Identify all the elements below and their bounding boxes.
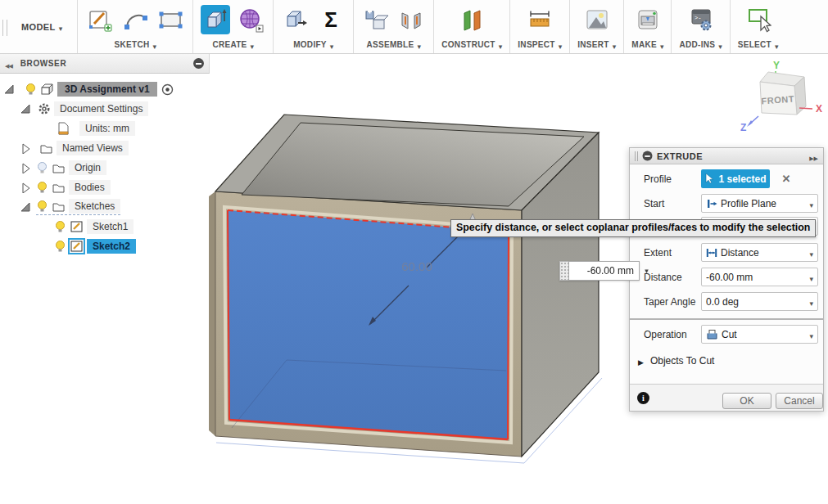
start-value: Profile Plane (721, 198, 809, 209)
construct-plane-button[interactable] (457, 5, 486, 34)
select-button[interactable] (744, 5, 773, 34)
visibility-bulb-icon[interactable] (36, 200, 48, 213)
taper-angle-input[interactable]: 0.0 deg (701, 292, 818, 311)
tree-item-label[interactable]: Document Settings (54, 101, 148, 116)
axis-x-label: X (816, 103, 822, 115)
tree-item-label[interactable]: Sketch2 (87, 239, 136, 254)
dialog-grip[interactable] (635, 151, 638, 161)
make-menu[interactable]: MAKE (631, 38, 663, 51)
visibility-bulb-icon[interactable] (36, 181, 48, 194)
cancel-button[interactable]: Cancel (776, 393, 823, 409)
tree-item-document-settings[interactable]: Document Settings (0, 100, 148, 118)
clear-selection-icon[interactable] (778, 170, 794, 187)
inspect-menu[interactable]: INSPECT (518, 38, 562, 51)
expander-closed-icon[interactable] (20, 182, 31, 193)
select-menu[interactable]: SELECT (738, 38, 779, 51)
joint-button[interactable] (396, 5, 426, 34)
dialog-header[interactable]: EXTRUDE (630, 148, 823, 164)
chevron-down-icon (809, 270, 813, 285)
expand-dialog-icon[interactable] (809, 149, 818, 164)
info-icon[interactable]: i (637, 392, 649, 404)
tree-item-named-views[interactable]: Named Views (0, 139, 129, 157)
toolbar-group-modify: Σ MODIFY (273, 0, 353, 53)
new-component-button[interactable] (361, 5, 391, 34)
cut-operation-icon (706, 329, 718, 340)
ok-button[interactable]: OK (722, 393, 771, 409)
rectangle-button[interactable] (156, 5, 185, 34)
tree-item-sketch1[interactable]: Sketch1 (0, 218, 133, 236)
visibility-bulb-icon[interactable] (25, 83, 37, 96)
chevron-down-icon (555, 38, 563, 52)
chevron-down-icon (809, 196, 813, 211)
visibility-bulb-icon[interactable] (54, 220, 66, 233)
drag-handle[interactable] (559, 261, 568, 281)
addins-menu[interactable]: ADD-INS (679, 38, 722, 51)
toolbar-group-make: MAKE (623, 0, 671, 53)
extrude-button[interactable] (201, 5, 230, 34)
group-label: SELECT (738, 40, 771, 49)
taper-angle-value: 0.0 deg (706, 296, 809, 308)
tree-item-label[interactable]: Sketches (69, 199, 120, 214)
toolbar-grip[interactable] (2, 20, 7, 36)
make-button[interactable] (633, 5, 663, 34)
tree-item-label[interactable]: Origin (69, 160, 106, 175)
group-label: CREATE (212, 40, 247, 49)
tree-item-sketch2[interactable]: Sketch2 (0, 237, 136, 255)
tree-item-root[interactable]: 3D Assignment v1 (0, 80, 177, 98)
activate-radio-icon[interactable] (161, 83, 174, 96)
distance-input[interactable]: -60.00 mm (701, 268, 818, 286)
tree-item-origin[interactable]: Origin (0, 159, 106, 177)
insert-button[interactable] (582, 5, 612, 34)
objects-to-cut-expander[interactable]: Objects To Cut (638, 353, 714, 368)
expander-open-icon[interactable] (20, 103, 31, 115)
tree-item-label[interactable]: Sketch1 (87, 219, 133, 234)
viewcube[interactable]: Y FRONT X Z (729, 57, 828, 149)
workspace-switcher[interactable]: MODEL (0, 0, 77, 53)
box-left-sliver-face[interactable] (209, 191, 215, 436)
chevron-down-icon (715, 38, 722, 52)
spline-button[interactable] (120, 5, 150, 34)
tree-item-label[interactable]: Bodies (69, 180, 111, 195)
tree-item-label[interactable]: 3D Assignment v1 (57, 82, 157, 97)
addins-button[interactable]: >- (686, 5, 716, 34)
toolbar-group-assemble: ASSEMBLE (353, 0, 433, 53)
expander-open-icon[interactable] (20, 201, 31, 213)
expander-open-icon[interactable] (3, 83, 15, 95)
toolbar-group-create: CREATE (192, 0, 273, 53)
tree-item-label[interactable]: Units: mm (79, 121, 135, 136)
measure-button[interactable] (525, 5, 554, 34)
minimize-icon[interactable] (193, 58, 204, 69)
change-parameters-button[interactable]: Σ (316, 5, 346, 34)
visibility-bulb-off-icon[interactable] (36, 161, 48, 174)
profile-count: 1 selected (718, 173, 766, 185)
component-cube-icon (40, 83, 54, 96)
operation-select[interactable]: Cut (701, 325, 818, 344)
create-sketch-button[interactable] (85, 5, 115, 34)
collapse-panel-icon[interactable] (5, 56, 12, 71)
tree-item-bodies[interactable]: Bodies (0, 178, 111, 196)
expander-closed-icon[interactable] (20, 162, 31, 173)
extent-select[interactable]: Distance (701, 243, 818, 262)
assemble-menu[interactable]: ASSEMBLE (367, 38, 422, 51)
profile-selection-button[interactable]: 1 selected (701, 169, 770, 188)
tree-item-sketches[interactable]: Sketches (0, 198, 120, 216)
sketch-menu[interactable]: SKETCH (115, 38, 156, 51)
form-button[interactable] (236, 5, 265, 34)
modify-menu[interactable]: MODIFY (293, 38, 333, 51)
distance-dropdown-icon[interactable] (640, 261, 654, 281)
expander-closed-icon[interactable] (20, 142, 31, 154)
collapse-dialog-icon[interactable] (643, 151, 653, 161)
distance-floating-input[interactable]: -60.00 mm (568, 261, 640, 281)
svg-text:Σ: Σ (324, 7, 337, 32)
tree-item-label[interactable]: Named Views (57, 141, 129, 155)
profile-label: Profile (644, 173, 672, 185)
create-menu[interactable]: CREATE (212, 38, 254, 51)
tree-item-units[interactable]: Units: mm (0, 119, 135, 137)
insert-menu[interactable]: INSERT (577, 38, 616, 51)
start-select[interactable]: Profile Plane (701, 194, 818, 213)
construct-menu[interactable]: CONSTRUCT (441, 38, 502, 51)
chevron-down-icon (247, 38, 255, 52)
selected-profile-face[interactable] (228, 210, 509, 439)
visibility-bulb-icon[interactable] (54, 240, 66, 253)
press-pull-button[interactable] (281, 5, 310, 34)
